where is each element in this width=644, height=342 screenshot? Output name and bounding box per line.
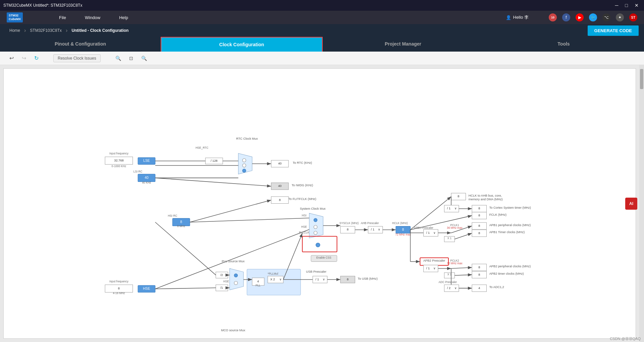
generate-code-button[interactable]: GENERATE CODE (588, 25, 639, 36)
to-usb-label: To USB (MHz) (358, 277, 378, 280)
tab-bar: Pinout & Configuration Clock Configurati… (0, 37, 644, 52)
lsi-value: 40 (145, 176, 149, 180)
resolve-clock-issues-button[interactable]: Resolve Clock Issues (53, 54, 101, 62)
main-content: Input frequency 32.768 0-1000 KHz LSE LS… (0, 65, 644, 342)
pll-source-mux-label: PLL Source Mux (222, 260, 245, 263)
app-logo: STM32CubeMX (7, 12, 23, 22)
svg-text:∨: ∨ (454, 207, 457, 210)
fit-button[interactable]: ⊡ (126, 54, 136, 62)
status-bar: CSDN @菲菲QAQ (606, 336, 644, 342)
sys-mux-radio-hsi (314, 218, 317, 222)
to-flitfclk-label: To FLITFCLK (MHz) (288, 197, 316, 201)
minimize-button[interactable]: ─ (613, 2, 621, 9)
hse-to-div1-line (155, 288, 216, 289)
apb2-periph-line (451, 267, 472, 268)
hsi-to-div2-line (155, 222, 216, 275)
apb1-timer-label: APB1 Timer clocks (MHz) (489, 230, 525, 234)
input-freq-1-value: 32.768 (114, 159, 123, 162)
svg-rect-28 (424, 265, 438, 272)
sys-mux-radio-pll (314, 231, 317, 234)
ai-button[interactable]: AI (625, 198, 637, 210)
to-iwdg-label: To IWDG (KHz) (291, 184, 313, 187)
tab-project-manager[interactable]: Project Manager (323, 37, 483, 52)
refresh-button[interactable]: ↻ (32, 54, 41, 63)
undo-button[interactable]: ↩ (7, 54, 16, 63)
close-button[interactable]: ✕ (633, 2, 641, 9)
apb1-periph-label: APB1 peripheral clocks (MHz) (489, 223, 531, 227)
hclk-max: 72 MHz max (395, 233, 411, 236)
social-icons: 10 f ▶ 🐦 ⌥ ✦ ST (549, 13, 637, 21)
apb2-max: 72 MHz max (447, 262, 463, 265)
menu-help[interactable]: Help (116, 14, 131, 21)
tab-tools[interactable]: Tools (483, 37, 644, 52)
menu-window[interactable]: Window (82, 14, 103, 21)
apb2-timer-label: APB2 timer clocks (MHz) (489, 272, 524, 275)
svg-text:∨: ∨ (378, 228, 380, 231)
input-freq-1-range: 0-1000 KHz (112, 165, 126, 168)
st-icon[interactable]: ST (629, 13, 637, 21)
window-controls: ─ □ ✕ (613, 2, 641, 9)
to-iwdg-line (155, 178, 271, 186)
lsi-unit: 40 KHz (142, 181, 151, 184)
sys-mux-radio-hse (314, 225, 317, 229)
to-flitfclk-line (190, 200, 271, 222)
zoom-out-button[interactable]: 🔍 (139, 54, 150, 62)
breadcrumb-device[interactable]: STM32F103C8Tx (26, 27, 66, 34)
svg-text:∨: ∨ (433, 231, 436, 234)
scroll-thumb[interactable] (640, 69, 643, 89)
svg-text:/ 1: / 1 (426, 267, 430, 270)
menu-file[interactable]: File (56, 14, 69, 21)
breadcrumb-home[interactable]: Home (5, 27, 24, 34)
network-icon[interactable]: ✦ (616, 13, 624, 21)
tab-clock[interactable]: Clock Configuration (161, 37, 323, 52)
tab-pinout[interactable]: Pinout & Configuration (0, 37, 161, 52)
pll-mux-radio-hse (234, 281, 237, 285)
pllclk-radio (316, 243, 320, 247)
apb2-periph-label: APB2 peripheral clocks (MHz) (489, 265, 531, 268)
zoom-in-button[interactable]: 🔍 (113, 54, 124, 62)
svg-text:∨: ∨ (279, 278, 282, 281)
to-rtc-label: To RTC (KHz) (293, 161, 312, 164)
x1-apb1-label: X 1 (447, 237, 452, 240)
hse-rtc-label: HSE_RTC (196, 146, 208, 149)
hclk-to-bus-label-2: memory and DMA (MHz) (469, 198, 503, 201)
fclk-label: FCLK (MHz) (489, 213, 506, 216)
hsi-value: 8 (180, 220, 182, 224)
to-flitfclk-value: 8 (279, 198, 281, 202)
redo-button[interactable]: ↪ (19, 54, 29, 63)
hclk-to-bus-label: HCLK to AHB bus, core, (469, 194, 502, 197)
input-freq-2-range: 4-16 MHz (113, 292, 125, 295)
maximize-button[interactable]: □ (623, 2, 630, 9)
clock-diagram-svg: Input frequency 32.768 0-1000 KHz LSE LS… (4, 69, 636, 338)
app-title: STM32CubeMX Untitled*: STM32F103C8Tx (3, 3, 82, 8)
pclk1-label: PCLK1 (450, 224, 459, 227)
apb1-periph-value: 8 (478, 224, 480, 227)
hclk-to-bus-line (410, 197, 451, 230)
twitter-icon[interactable]: 🐦 (589, 13, 597, 21)
hclk-label: HCLK (MHz) (392, 222, 408, 225)
apb2-timer-value: 8 (478, 273, 480, 276)
hclk-value: 8 (402, 228, 404, 231)
youtube-icon[interactable]: ▶ (576, 13, 584, 21)
github-icon[interactable]: ⌥ (602, 13, 610, 21)
facebook-icon[interactable]: f (562, 13, 570, 21)
svg-text:/ 1: / 1 (316, 278, 319, 281)
to-iwdg-value: 40 (278, 184, 281, 188)
clock-diagram[interactable]: Input frequency 32.768 0-1000 KHz LSE LS… (3, 68, 636, 339)
rtc-mux-label: RTC Clock Mux (236, 137, 258, 140)
hse-div1-label: /1 (220, 286, 223, 289)
adc-value: 4 (478, 286, 480, 290)
logo-box: STM32CubeMX (7, 12, 23, 22)
rtc-mux-radio-1 (243, 158, 246, 162)
sysclk-value: 8 (347, 228, 348, 231)
breadcrumb-current[interactable]: Untitled - Clock Configuration (67, 27, 132, 34)
input-freq-1-label: Input frequency (109, 152, 129, 155)
apb2-presc-label: APB2 Prescaler (423, 259, 445, 262)
title-bar: STM32CubeMX Untitled*: STM32F103C8Tx ─ □… (0, 0, 644, 11)
fclk-value: 8 (478, 214, 480, 217)
user-info: 👤 Hello 李 (506, 14, 529, 20)
scrollbar[interactable] (639, 65, 644, 342)
breadcrumb: Home › STM32F103C8Tx › Untitled - Clock … (0, 24, 644, 37)
anniversary-icon[interactable]: 10 (549, 13, 557, 21)
hclk-to-bus-value: 8 (458, 195, 459, 198)
